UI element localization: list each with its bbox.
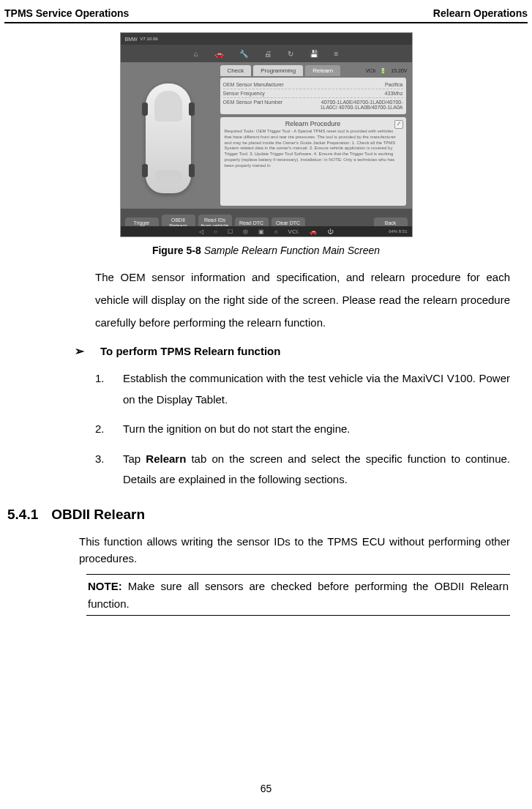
procedure-body: Required Tools: OEM Trigger Tool - A Spe… (225, 129, 402, 169)
nav-house-icon[interactable]: ⌂ (274, 228, 278, 235)
vci-status: VCb 🔋 15.20V (366, 65, 408, 76)
content-block: The OEM sensor information and specifica… (0, 266, 532, 491)
paragraph: The OEM sensor information and specifica… (95, 266, 510, 334)
wheel-front-left-icon[interactable] (142, 102, 148, 116)
table-row: Sensor Frequency 433Mhz (223, 89, 403, 98)
arrow-icon: ➢ (75, 344, 84, 358)
brand-label: BMW (125, 37, 138, 42)
step-text: Establish the communication with the tes… (123, 368, 510, 410)
home-icon[interactable]: ⌂ (194, 50, 198, 58)
battery-icon: 🔋 (380, 68, 386, 74)
note-body: Make sure all sensors are checked before… (88, 580, 509, 609)
list-icon[interactable]: ≡ (334, 50, 339, 58)
tab-bar: Check Programming Relearn VCb 🔋 15.20V (220, 65, 408, 76)
tab-programming[interactable]: Programming (253, 65, 303, 76)
wheel-rear-left-icon[interactable] (142, 164, 148, 177)
nav-home-icon[interactable]: ○ (214, 228, 217, 235)
sensor-info-table: OEM Sensor Manufacturer Pacifica Sensor … (220, 78, 406, 114)
print-icon[interactable]: 🖨 (264, 50, 271, 58)
list-item: 3. Tap Relearn tab on the screen and sel… (95, 449, 510, 491)
step-3-pre: Tap (123, 452, 146, 465)
save-icon[interactable]: 💾 (310, 50, 318, 58)
relearn-procedure-panel: ⤢ Relearn Procedure Required Tools: OEM … (220, 117, 406, 206)
manufacturer-value: Pacifica (385, 82, 403, 87)
nav-car-icon[interactable]: 🚗 (310, 228, 317, 235)
vci-label: VCb (366, 68, 376, 73)
tab-check[interactable]: Check (220, 65, 252, 76)
nav-recent-icon[interactable]: ☐ (228, 228, 233, 235)
tool-icon[interactable]: 🔧 (239, 50, 248, 58)
system-navbar: ◁ ○ ☐ ◎ ▣ ⌂ VCI. 🚗 ⏻ 64% 8:51 (121, 226, 412, 236)
refresh-icon[interactable]: ↻ (288, 50, 293, 58)
note-box: NOTE: Make sure all sensors are checked … (86, 574, 510, 616)
list-number: 1. (95, 368, 108, 410)
screenshot-body: Check Programming Relearn VCb 🔋 15.20V O… (121, 62, 412, 209)
page-number: 65 (0, 783, 532, 794)
version-label: V7.10.06 (141, 37, 158, 41)
embedded-screenshot: BMW V7.10.06 ⌂ 🚗 🔧 🖨 ↻ 💾 ≡ Check Program… (120, 32, 413, 237)
list-number: 3. (95, 449, 108, 491)
ordered-list: 1. Establish the communication with the … (95, 368, 510, 491)
nav-back-icon[interactable]: ◁ (199, 228, 203, 235)
section-title: OBDII Relearn (51, 507, 145, 523)
step-text: Turn the ignition on but do not start th… (123, 419, 351, 440)
car-diagram (146, 83, 191, 193)
car-diagram-panel (121, 62, 216, 209)
perform-heading: To perform TPMS Relearn function (100, 345, 280, 357)
list-number: 2. (95, 419, 108, 440)
tab-relearn[interactable]: Relearn (305, 65, 340, 76)
section-number: 5.4.1 (7, 507, 38, 523)
partnum-label: OEM Sensor Part Number (223, 100, 283, 110)
header-right: Relearn Operations (433, 7, 528, 19)
nav-power-icon[interactable]: ⏻ (327, 228, 333, 235)
section-heading: 5.4.1 OBDII Relearn (7, 507, 532, 523)
nav-screenshot-icon[interactable]: ▣ (258, 228, 264, 235)
top-icon-bar: ⌂ 🚗 🔧 🖨 ↻ 💾 ≡ (121, 45, 412, 62)
frequency-value: 433Mhz (385, 91, 403, 96)
list-item: 2. Turn the ignition on but do not start… (95, 419, 510, 440)
wheel-rear-right-icon[interactable] (189, 164, 195, 177)
right-panel: Check Programming Relearn VCb 🔋 15.20V O… (216, 62, 412, 209)
page-header: TPMS Service Operations Relearn Operatio… (0, 0, 532, 20)
table-row: OEM Sensor Part Number 40700-1LA0E/40700… (223, 98, 403, 111)
nav-time: 64% 8:51 (389, 229, 407, 234)
section-paragraph: This function allows writing the sensor … (0, 533, 532, 567)
vci-voltage: 15.20V (391, 68, 407, 73)
figure-caption: Figure 5-8 Sample Relearn Function Main … (0, 245, 532, 256)
nav-camera-icon[interactable]: ◎ (243, 228, 248, 235)
table-row: OEM Sensor Manufacturer Pacifica (223, 81, 403, 89)
manufacturer-label: OEM Sensor Manufacturer (223, 82, 284, 87)
expand-icon[interactable]: ⤢ (394, 120, 403, 129)
perform-heading-row: ➢ To perform TPMS Relearn function (75, 344, 510, 358)
header-divider (4, 22, 528, 23)
car-icon[interactable]: 🚗 (214, 50, 223, 58)
note-label: NOTE: (88, 580, 122, 592)
figure-label: Figure 5-8 (152, 245, 201, 256)
list-item: 1. Establish the communication with the … (95, 368, 510, 410)
header-left: TPMS Service Operations (4, 7, 129, 19)
partnum-value: 40700-1LA0E/40700-1LA0D/40700-1LA0C/ 407… (308, 100, 403, 110)
step-text: Tap Relearn tab on the screen and select… (123, 449, 510, 491)
wheel-front-right-icon[interactable] (189, 102, 195, 116)
relearn-bold: Relearn (146, 452, 186, 465)
figure-title: Sample Relearn Function Main Screen (201, 245, 380, 256)
frequency-label: Sensor Frequency (223, 91, 265, 96)
app-statusbar: BMW V7.10.06 (121, 33, 412, 45)
procedure-title: Relearn Procedure (225, 120, 402, 127)
nav-vci-icon[interactable]: VCI. (288, 228, 300, 235)
